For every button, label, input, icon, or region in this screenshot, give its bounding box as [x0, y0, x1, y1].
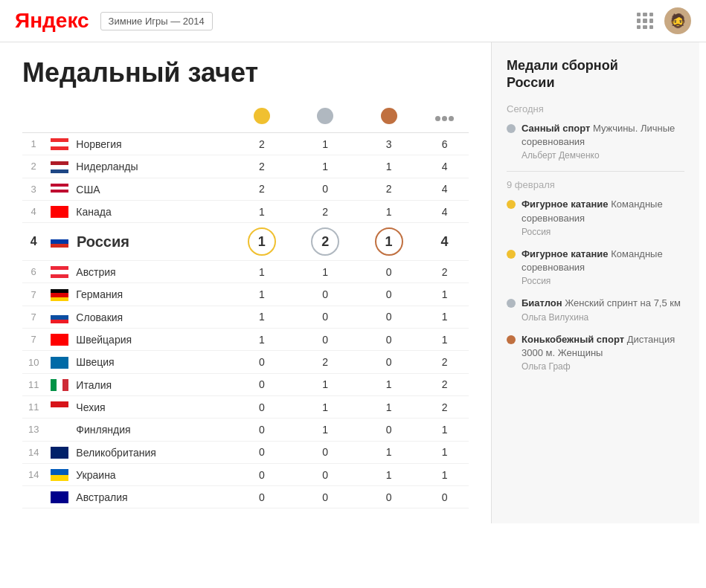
- bronze-cell: 1: [357, 155, 420, 178]
- silver-cell: 0: [294, 283, 357, 306]
- gold-cell: 0: [230, 441, 293, 463]
- rank-cell: 14: [22, 463, 45, 485]
- bronze-cell: 0: [357, 329, 420, 351]
- total-cell: 2: [420, 373, 469, 395]
- gold-cell: 2: [230, 133, 293, 155]
- silver-cell: 0: [294, 178, 357, 200]
- bronze-cell: 1: [357, 463, 420, 485]
- country-flag: [51, 236, 68, 248]
- silver-header: [294, 103, 357, 133]
- event-tab[interactable]: Зимние Игры — 2014: [100, 12, 213, 30]
- event-athlete: Россия: [522, 227, 551, 237]
- table-row[interactable]: 4 Россия 1 2 1 4: [22, 223, 469, 261]
- bronze-cell: 1: [357, 441, 420, 463]
- event-medal-dot: [507, 124, 516, 133]
- table-row[interactable]: 7 Словакия 1 0 0 1: [22, 306, 469, 328]
- country-flag: [51, 469, 68, 481]
- event-sport: Конькобежный спорт: [522, 334, 624, 345]
- total-medal-icon: [435, 116, 454, 121]
- bronze-cell: 0: [357, 306, 420, 328]
- country-header: [45, 103, 230, 133]
- table-row[interactable]: 7 Германия 1 0 0 1: [22, 283, 469, 306]
- page-title: Медальный зачет: [22, 57, 469, 88]
- yandex-logo[interactable]: Яндекс: [15, 9, 89, 33]
- country-flag: [51, 334, 68, 346]
- table-row[interactable]: 14 Великобритания 0 0 1 1: [22, 441, 469, 463]
- table-row[interactable]: 13 Финляндия 0 1 0 1: [22, 419, 469, 441]
- country-flag: [51, 401, 68, 413]
- country-flag: [51, 138, 68, 150]
- table-row[interactable]: Австралия 0 0 0 0: [22, 486, 469, 508]
- table-row[interactable]: 1 Норвегия 2 1 3 6: [22, 133, 469, 155]
- event-text: Фигурное катание Командные соревнования …: [522, 198, 684, 239]
- table-row[interactable]: 7 Швейцария 1 0 0 1: [22, 329, 469, 351]
- total-header: [420, 103, 469, 133]
- table-row[interactable]: 3 США 2 0 2 4: [22, 178, 469, 200]
- gold-cell: 0: [230, 419, 293, 441]
- sidebar-event: Биатлон Женский спринт на 7,5 км Ольга В…: [507, 297, 684, 323]
- gold-medal-icon: [254, 108, 270, 124]
- country-name: Норвегия: [76, 138, 121, 150]
- gold-cell: 1: [230, 200, 293, 222]
- gold-cell: 2: [230, 155, 293, 178]
- event-medal-dot: [507, 335, 516, 344]
- grid-icon[interactable]: [637, 13, 653, 29]
- rank-cell: 13: [22, 419, 45, 441]
- country-flag: [51, 161, 68, 173]
- event-text: Биатлон Женский спринт на 7,5 км Ольга В…: [522, 297, 681, 323]
- table-row[interactable]: 6 Австрия 1 1 0 2: [22, 261, 469, 283]
- silver-cell: 0: [294, 463, 357, 485]
- table-row[interactable]: 14 Украина 0 0 1 1: [22, 463, 469, 485]
- event-text: Фигурное катание Командные соревнования …: [522, 248, 684, 288]
- event-athlete: Ольга Вилухина: [522, 312, 588, 323]
- event-athlete: Ольга Граф: [522, 361, 571, 372]
- left-section: Медальный зачет: [0, 42, 491, 523]
- country-flag: [51, 266, 68, 278]
- rank-cell: 10: [22, 351, 45, 373]
- sidebar-event: Фигурное катание Командные соревнования …: [507, 248, 684, 288]
- country-name: Финляндия: [76, 424, 130, 436]
- country-cell: Канада: [45, 200, 230, 222]
- user-avatar[interactable]: 🧔: [664, 7, 691, 34]
- event-sport: Фигурное катание: [522, 248, 609, 259]
- rank-cell: 7: [22, 329, 45, 351]
- gold-cell: 1: [230, 223, 293, 261]
- country-name: Чехия: [76, 401, 105, 413]
- main-content: Медальный зачет: [0, 42, 706, 523]
- country-flag: [51, 311, 68, 323]
- total-cell: 4: [420, 200, 469, 222]
- bronze-cell: 1: [357, 223, 420, 261]
- total-cell: 1: [420, 441, 469, 463]
- country-cell: Швейцария: [45, 329, 230, 351]
- russia-gold: 1: [248, 227, 276, 256]
- silver-cell: 1: [294, 133, 357, 155]
- rank-cell: 11: [22, 395, 45, 418]
- total-cell: 6: [420, 133, 469, 155]
- country-cell: Россия: [45, 223, 230, 261]
- table-row[interactable]: 2 Нидерланды 2 1 1 4: [22, 155, 469, 178]
- country-cell: Великобритания: [45, 441, 230, 463]
- event-text: Санный спорт Мужчины. Личные соревновани…: [522, 122, 684, 163]
- sidebar-title: Медали сборнойРоссии: [507, 57, 684, 92]
- event-sport: Санный спорт: [522, 123, 590, 134]
- total-cell: 4: [420, 178, 469, 200]
- table-row[interactable]: 11 Чехия 0 1 1 2: [22, 395, 469, 418]
- country-name: Нидерланды: [76, 161, 138, 173]
- table-row[interactable]: 4 Канада 1 2 1 4: [22, 200, 469, 222]
- rank-cell: 2: [22, 155, 45, 178]
- rank-cell: 3: [22, 178, 45, 200]
- country-name: Великобритания: [76, 447, 156, 459]
- bronze-cell: 1: [357, 200, 420, 222]
- bronze-cell: 0: [357, 419, 420, 441]
- silver-cell: 1: [294, 395, 357, 418]
- bronze-cell: 0: [357, 486, 420, 508]
- silver-cell: 2: [294, 223, 357, 261]
- medal-table: 1 Норвегия 2 1 3 6 2 Нидерланды 2 1 1 4: [22, 103, 469, 508]
- country-cell: Чехия: [45, 395, 230, 418]
- table-row[interactable]: 11 Италия 0 1 1 2: [22, 373, 469, 395]
- table-row[interactable]: 10 Швеция 0 2 0 2: [22, 351, 469, 373]
- feb9-events: Фигурное катание Командные соревнования …: [507, 198, 684, 373]
- bronze-cell: 1: [357, 373, 420, 395]
- silver-cell: 0: [294, 486, 357, 508]
- today-events: Санный спорт Мужчины. Личные соревновани…: [507, 122, 684, 163]
